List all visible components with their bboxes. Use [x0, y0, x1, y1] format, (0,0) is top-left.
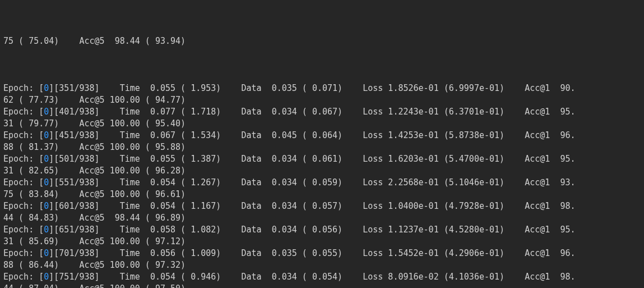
time-value: 0.054 ( 1.267) — [140, 177, 221, 188]
acc1-label: Acc@1 — [525, 225, 550, 235]
acc1-frac: 44 — [3, 213, 13, 223]
data-value: 0.045 ( 0.064) — [262, 130, 343, 140]
acc1-whole: 90. — [550, 83, 575, 93]
time-value: 0.055 ( 1.387) — [140, 154, 221, 164]
epoch-index: 0 — [44, 225, 49, 235]
bracket-open: [ — [39, 248, 44, 258]
epoch-label: Epoch: — [3, 177, 39, 188]
log-row-wrap: 31 ( 85.69) Acc@5 100.00 ( 97.12) — [3, 236, 641, 248]
time-label: Time — [120, 248, 140, 258]
acc1-label: Acc@1 — [525, 201, 550, 211]
acc1-whole: 95. — [550, 225, 575, 235]
iter-progress: [401/938] — [54, 107, 99, 117]
acc5-label: Acc@5 — [79, 213, 104, 223]
epoch-index: 0 — [44, 107, 49, 117]
epoch-index: 0 — [44, 154, 49, 164]
loss-value: 2.2568e-01 (5.1046e-01) — [383, 177, 504, 188]
data-value: 0.034 ( 0.061) — [262, 154, 343, 164]
acc5-value: 100.00 ( 95.88) — [105, 142, 186, 152]
acc1-frac: 75 — [3, 189, 13, 199]
acc5-label: Acc@5 — [79, 189, 104, 199]
loss-value: 1.4253e-01 (5.8738e-01) — [383, 130, 504, 140]
time-value: 0.055 ( 1.953) — [140, 83, 221, 93]
time-value: 0.067 ( 1.534) — [140, 130, 221, 140]
bracket-open: [ — [39, 83, 44, 93]
acc5-label: Acc@5 — [79, 95, 104, 105]
bracket-open: [ — [39, 154, 44, 164]
loss-label: Loss — [363, 201, 383, 211]
iter-progress: [751/938] — [54, 272, 99, 282]
time-value: 0.054 ( 1.167) — [140, 201, 221, 211]
log-row-wrap: 62 ( 77.73) Acc@5 100.00 ( 94.77) — [3, 94, 641, 106]
acc5-value: 100.00 ( 95.40) — [105, 118, 186, 129]
acc1-frac: 62 — [3, 95, 13, 105]
loss-label: Loss — [363, 154, 383, 164]
log-row: Epoch: [0][651/938] Time 0.058 ( 1.082) … — [3, 224, 641, 236]
data-label: Data — [241, 83, 261, 93]
acc1-frac: 88 — [3, 260, 13, 270]
acc1-cur: 75 — [3, 36, 13, 46]
terminal-output: 75 ( 75.04) Acc@5 98.44 ( 93.94) Epoch: … — [0, 0, 644, 288]
data-value: 0.034 ( 0.057) — [262, 201, 343, 211]
acc1-label: Acc@1 — [525, 248, 550, 258]
epoch-label: Epoch: — [3, 272, 39, 282]
data-value: 0.034 ( 0.054) — [262, 272, 343, 282]
log-row-wrap: 75 ( 75.04) Acc@5 98.44 ( 93.94) — [3, 35, 641, 47]
bracket-open: [ — [39, 225, 44, 235]
acc1-frac: 31 — [3, 118, 13, 129]
bracket-close: ] — [49, 272, 54, 282]
acc5-avg: 93.94 — [155, 36, 180, 46]
loss-label: Loss — [363, 177, 383, 188]
data-label: Data — [241, 248, 261, 258]
epoch-index: 0 — [44, 83, 49, 93]
bracket-close: ] — [49, 177, 54, 188]
bracket-close: ] — [49, 154, 54, 164]
time-label: Time — [120, 107, 140, 117]
log-row: Epoch: [0][501/938] Time 0.055 ( 1.387) … — [3, 153, 641, 165]
acc1-whole: 98. — [550, 272, 575, 282]
bracket-close: ] — [49, 83, 54, 93]
data-label: Data — [241, 154, 261, 164]
acc1-whole: 96. — [550, 130, 575, 140]
time-label: Time — [120, 225, 140, 235]
epoch-label: Epoch: — [3, 154, 39, 164]
acc1-whole: 98. — [550, 201, 575, 211]
acc1-avg: ( 86.44) — [13, 260, 59, 270]
acc5-label: Acc@5 — [79, 166, 104, 176]
bracket-close: ] — [49, 201, 54, 211]
acc5-label: Acc@5 — [79, 118, 104, 129]
acc1-label: Acc@1 — [525, 130, 550, 140]
log-row: Epoch: [0][451/938] Time 0.067 ( 1.534) … — [3, 130, 641, 141]
log-row-wrap: 31 ( 79.77) Acc@5 100.00 ( 95.40) — [3, 118, 641, 130]
data-value: 0.034 ( 0.056) — [262, 225, 343, 235]
time-value: 0.054 ( 0.946) — [140, 272, 221, 282]
acc1-frac: 31 — [3, 166, 13, 176]
data-value: 0.034 ( 0.059) — [262, 177, 343, 188]
loss-value: 1.6203e-01 (5.4700e-01) — [383, 154, 504, 164]
data-label: Data — [241, 201, 261, 211]
bracket-close: ] — [49, 130, 54, 140]
log-row: Epoch: [0][751/938] Time 0.054 ( 0.946) … — [3, 271, 641, 283]
data-value: 0.035 ( 0.071) — [262, 83, 343, 93]
acc1-avg: ( 77.73) — [13, 95, 59, 105]
data-value: 0.034 ( 0.067) — [262, 107, 343, 117]
bracket-close: ] — [49, 107, 54, 117]
acc1-avg: ( 83.84) — [13, 189, 59, 199]
acc1-avg: ( 87.04) — [13, 284, 59, 288]
acc1-frac: 44 — [3, 284, 13, 288]
acc5-label: Acc@5 — [79, 284, 104, 288]
log-row: Epoch: [0][401/938] Time 0.077 ( 1.718) … — [3, 106, 641, 118]
time-label: Time — [120, 177, 140, 188]
log-row: Epoch: [0][601/938] Time 0.054 ( 1.167) … — [3, 200, 641, 212]
loss-label: Loss — [363, 130, 383, 140]
time-label: Time — [120, 130, 140, 140]
acc5-cur: 98.44 — [115, 36, 140, 46]
time-value: 0.056 ( 1.009) — [140, 248, 221, 258]
acc5-label: Acc@5 — [79, 142, 104, 152]
bracket-close: ] — [49, 248, 54, 258]
epoch-label: Epoch: — [3, 107, 39, 117]
bracket-open: [ — [39, 107, 44, 117]
acc1-whole: 95. — [550, 154, 575, 164]
iter-progress: [451/938] — [54, 130, 99, 140]
loss-value: 1.1237e-01 (4.5280e-01) — [383, 225, 504, 235]
